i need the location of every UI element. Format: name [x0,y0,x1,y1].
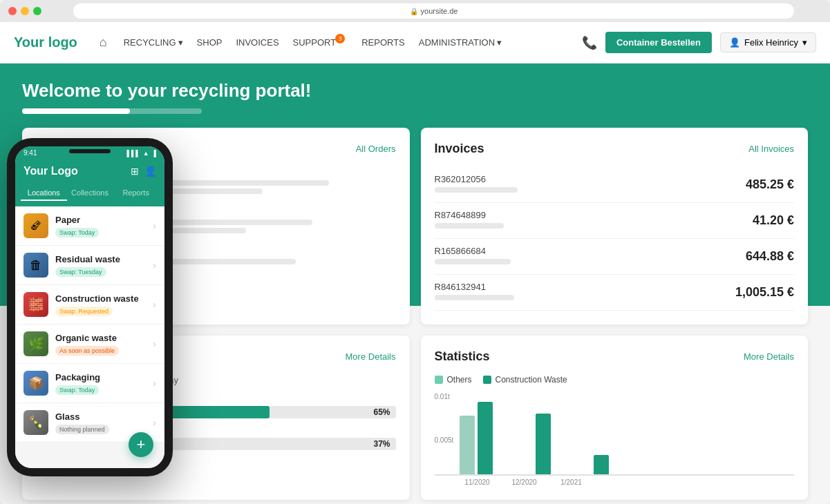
url-text: yoursite.de [421,7,458,15]
invoice-amount-3: 644.88 € [746,249,794,264]
budget-pct-1: 65% [373,406,390,418]
chevron-right-icon: › [153,378,156,389]
all-orders-link[interactable]: All Orders [356,144,396,154]
phone-frame: 9:41 ▌▌▌ ▲ ▐ Your Logo ⊞ 👤 Locations Col… [7,138,173,476]
invoice-id-4: R846132941 [435,282,514,292]
bar-construction-1 [478,402,493,474]
phone-mockup: 9:41 ▌▌▌ ▲ ▐ Your Logo ⊞ 👤 Locations Col… [0,117,180,504]
support-badge: 3 [335,34,345,43]
glass-icon: 🍾 [23,410,48,435]
nav-right: 📞 Container Bestellen 👤 Felix Heinricy ▾ [582,32,816,53]
legend-others-dot [435,376,443,384]
construction-badge: Swap: Requested [55,307,113,316]
statistics-more-link[interactable]: More Details [744,351,794,362]
nav-recycling[interactable]: RECYCLING ▾ [124,37,183,48]
chevron-right-icon: › [153,299,156,310]
phone-tabs: Locations Collections Reports [15,186,164,206]
lock-icon: 🔒 [410,8,418,15]
phone-tab-collections[interactable]: Collections [67,186,113,201]
invoice-item-4: R846132941 1,005.15 € [435,275,795,311]
phone-notch [69,149,111,153]
invoices-card-header: Invoices All Invoices [435,142,795,156]
site-logo: Your logo [14,35,77,50]
bar-others-1 [460,416,475,474]
stats-legend: Others Construction Waste [435,375,795,385]
nav-reports[interactable]: REPORTS [361,37,405,48]
maximize-dot[interactable] [33,7,41,15]
glass-badge: Nothing planned [55,425,109,434]
invoice-item-1: R362012056 485.25 € [435,167,795,203]
signal-icon: ▌▌▌ [127,150,140,157]
invoice-amount-1: 485.25 € [746,177,794,192]
invoices-card: Invoices All Invoices R362012056 485.25 … [421,128,809,324]
packaging-icon: 📦 [23,371,48,396]
legend-construction: Construction Waste [483,375,567,385]
close-dot[interactable] [8,7,17,15]
phone-header: Your Logo ⊞ 👤 [15,159,164,186]
organic-name: Organic waste [55,333,146,343]
budgets-more-link[interactable]: More Details [346,351,396,362]
budget-pct-2: 37% [373,438,390,450]
all-invoices-link[interactable]: All Invoices [748,144,794,154]
nav-links: RECYCLING ▾ SHOP INVOICES SUPPORT 3 REPO… [124,37,502,48]
invoice-amount-2: 41.20 € [753,213,794,228]
list-item-construction[interactable]: 🧱 Construction waste Swap: Requested › [15,285,164,324]
phone-screen: 9:41 ▌▌▌ ▲ ▐ Your Logo ⊞ 👤 Locations Col… [15,146,164,468]
person-icon[interactable]: 👤 [144,166,156,177]
invoices-title: Invoices [435,142,484,156]
invoice-id-3: R165866684 [435,246,511,256]
invoice-item-3: R165866684 644.88 € [435,239,795,275]
battery-icon: ▐ [152,150,156,157]
list-item-paper[interactable]: 🗞 Paper Swap: Today › [15,206,164,246]
x-label-2: 12/2020 [507,478,543,486]
nav-support[interactable]: SUPPORT 3 [293,37,348,48]
construction-icon: 🧱 [23,292,48,317]
nav-administration[interactable]: ADMINISTRATION ▾ [419,37,502,48]
address-bar[interactable]: 🔒 yoursite.de [73,3,794,19]
container-bestellen-button[interactable]: Container Bestellen [605,32,712,53]
user-label: Felix Heinricy [744,37,798,48]
paper-name: Paper [55,215,146,225]
chart-group-1 [460,402,493,474]
statistics-card-header: Statistics More Details [435,349,795,364]
nav-shop[interactable]: SHOP [197,37,223,48]
chart-group-3 [576,455,609,474]
home-icon[interactable]: ⌂ [100,35,107,50]
x-label-3: 1/2021 [554,478,590,486]
residual-badge: Swap: Tuesday [55,267,106,277]
organic-icon: 🌿 [23,331,48,356]
paper-icon: 🗞 [23,213,48,238]
residual-icon: 🗑 [23,253,48,278]
organic-badge: As soon as possible [55,346,119,356]
list-item-organic[interactable]: 🌿 Organic waste As soon as possible › [15,324,164,364]
phone-tab-reports[interactable]: Reports [113,186,159,201]
list-item-residual[interactable]: 🗑 Residual waste Swap: Tuesday › [15,246,164,285]
invoice-amount-4: 1,005.15 € [735,285,794,300]
chevron-right-icon: › [153,260,156,271]
chevron-right-icon: › [153,417,156,428]
paper-badge: Swap: Today [55,228,99,238]
browser-titlebar: 🔒 yoursite.de [0,0,830,22]
packaging-name: Packaging [55,372,146,382]
residual-name: Residual waste [55,254,146,264]
x-labels: 11/2020 12/2020 1/2021 [435,478,795,486]
chart-area [435,393,795,476]
user-chevron-icon: ▾ [802,37,807,48]
list-item-packaging[interactable]: 📦 Packaging Swap: Today › [15,364,164,403]
progress-bar-fill [22,108,130,114]
minimize-dot[interactable] [21,7,29,15]
legend-others: Others [435,375,472,385]
phone-logo: Your Logo [23,165,78,177]
progress-bar [22,108,202,114]
nav-invoices[interactable]: INVOICES [236,37,279,48]
user-icon: 👤 [729,37,740,48]
grid-icon[interactable]: ⊞ [131,166,139,177]
phone-tab-locations[interactable]: Locations [21,186,67,201]
bar-construction-3 [594,455,609,474]
top-nav: Your logo ⌂ RECYCLING ▾ SHOP INVOICES SU… [0,22,830,64]
x-label-1: 11/2020 [460,478,496,486]
user-menu-button[interactable]: 👤 Felix Heinricy ▾ [720,32,816,52]
bar-construction-2 [536,414,551,474]
add-fab-button[interactable]: + [129,432,153,457]
legend-others-label: Others [447,375,472,385]
